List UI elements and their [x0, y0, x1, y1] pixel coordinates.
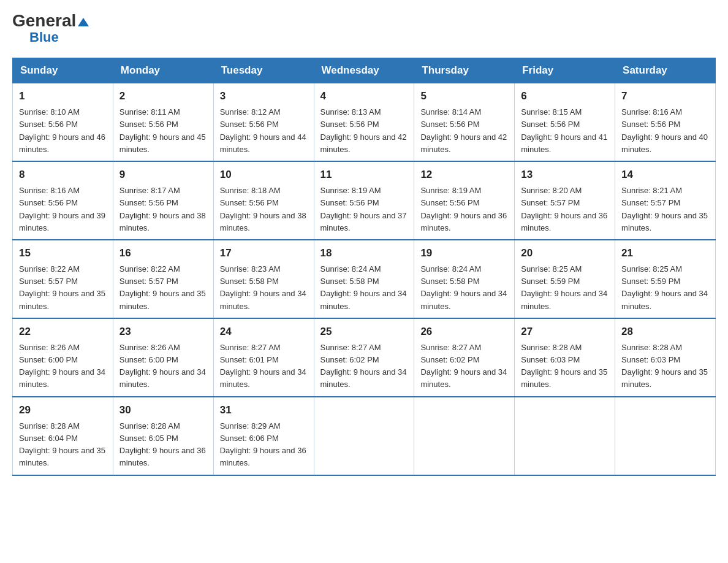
day-info: Sunrise: 8:26 AMSunset: 6:00 PMDaylight:… [19, 343, 105, 389]
day-number: 12 [420, 167, 508, 183]
day-number: 11 [320, 167, 408, 183]
day-number: 20 [521, 245, 609, 261]
day-number: 28 [621, 324, 709, 340]
day-number: 16 [119, 245, 207, 261]
day-info: Sunrise: 8:18 AMSunset: 5:56 PMDaylight:… [220, 186, 306, 232]
calendar-cell: 22 Sunrise: 8:26 AMSunset: 6:00 PMDaylig… [13, 318, 113, 397]
calendar-cell: 6 Sunrise: 8:15 AMSunset: 5:56 PMDayligh… [515, 83, 615, 161]
calendar-cell: 29 Sunrise: 8:28 AMSunset: 6:04 PMDaylig… [13, 397, 113, 475]
weekday-header-friday: Friday [515, 58, 615, 83]
day-info: Sunrise: 8:28 AMSunset: 6:05 PMDaylight:… [119, 421, 206, 467]
day-info: Sunrise: 8:19 AMSunset: 5:56 PMDaylight:… [320, 186, 407, 232]
day-info: Sunrise: 8:20 AMSunset: 5:57 PMDaylight:… [521, 186, 607, 232]
day-number: 19 [420, 245, 508, 261]
weekday-header-sunday: Sunday [13, 58, 113, 83]
calendar-cell: 10 Sunrise: 8:18 AMSunset: 5:56 PMDaylig… [213, 161, 314, 240]
calendar-cell: 1 Sunrise: 8:10 AMSunset: 5:56 PMDayligh… [13, 83, 113, 161]
day-number: 8 [19, 167, 107, 183]
day-number: 21 [621, 245, 709, 261]
day-number: 7 [621, 88, 709, 104]
weekday-header-monday: Monday [113, 58, 213, 83]
day-info: Sunrise: 8:15 AMSunset: 5:56 PMDaylight:… [521, 107, 607, 153]
calendar-cell: 24 Sunrise: 8:27 AMSunset: 6:01 PMDaylig… [213, 318, 314, 397]
calendar-week-row: 22 Sunrise: 8:26 AMSunset: 6:00 PMDaylig… [13, 318, 716, 397]
day-info: Sunrise: 8:19 AMSunset: 5:56 PMDaylight:… [420, 186, 507, 232]
calendar-cell: 28 Sunrise: 8:28 AMSunset: 6:03 PMDaylig… [615, 318, 716, 397]
logo: General Blue [12, 12, 89, 45]
day-number: 5 [420, 88, 508, 104]
day-number: 24 [220, 324, 308, 340]
day-info: Sunrise: 8:27 AMSunset: 6:02 PMDaylight:… [320, 343, 407, 389]
day-number: 4 [320, 88, 408, 104]
day-info: Sunrise: 8:27 AMSunset: 6:02 PMDaylight:… [420, 343, 507, 389]
day-info: Sunrise: 8:13 AMSunset: 5:56 PMDaylight:… [320, 107, 407, 153]
day-number: 23 [119, 324, 207, 340]
calendar-cell: 21 Sunrise: 8:25 AMSunset: 5:59 PMDaylig… [615, 240, 716, 318]
day-info: Sunrise: 8:28 AMSunset: 6:03 PMDaylight:… [621, 343, 708, 389]
day-info: Sunrise: 8:10 AMSunset: 5:56 PMDaylight:… [19, 107, 105, 153]
calendar-cell: 11 Sunrise: 8:19 AMSunset: 5:56 PMDaylig… [314, 161, 414, 240]
calendar-cell: 2 Sunrise: 8:11 AMSunset: 5:56 PMDayligh… [113, 83, 213, 161]
day-number: 14 [621, 167, 709, 183]
day-number: 2 [119, 88, 207, 104]
calendar-week-row: 8 Sunrise: 8:16 AMSunset: 5:56 PMDayligh… [13, 161, 716, 240]
day-info: Sunrise: 8:28 AMSunset: 6:03 PMDaylight:… [521, 343, 607, 389]
weekday-header-saturday: Saturday [615, 58, 716, 83]
calendar-cell: 17 Sunrise: 8:23 AMSunset: 5:58 PMDaylig… [213, 240, 314, 318]
day-number: 25 [320, 324, 408, 340]
calendar-cell: 20 Sunrise: 8:25 AMSunset: 5:59 PMDaylig… [515, 240, 615, 318]
calendar-cell: 19 Sunrise: 8:24 AMSunset: 5:58 PMDaylig… [414, 240, 515, 318]
day-number: 3 [220, 88, 308, 104]
day-info: Sunrise: 8:22 AMSunset: 5:57 PMDaylight:… [19, 264, 105, 310]
day-number: 26 [420, 324, 508, 340]
day-info: Sunrise: 8:24 AMSunset: 5:58 PMDaylight:… [420, 264, 507, 310]
day-info: Sunrise: 8:25 AMSunset: 5:59 PMDaylight:… [621, 264, 708, 310]
calendar-cell [414, 397, 515, 475]
day-info: Sunrise: 8:11 AMSunset: 5:56 PMDaylight:… [119, 107, 206, 153]
day-info: Sunrise: 8:16 AMSunset: 5:56 PMDaylight:… [19, 186, 105, 232]
calendar-cell [314, 397, 414, 475]
day-info: Sunrise: 8:17 AMSunset: 5:56 PMDaylight:… [119, 186, 206, 232]
day-number: 15 [19, 245, 107, 261]
day-info: Sunrise: 8:21 AMSunset: 5:57 PMDaylight:… [621, 186, 708, 232]
calendar-cell: 15 Sunrise: 8:22 AMSunset: 5:57 PMDaylig… [13, 240, 113, 318]
day-number: 18 [320, 245, 408, 261]
day-info: Sunrise: 8:27 AMSunset: 6:01 PMDaylight:… [220, 343, 306, 389]
page-header: General Blue [12, 12, 716, 45]
day-info: Sunrise: 8:26 AMSunset: 6:00 PMDaylight:… [119, 343, 206, 389]
day-number: 9 [119, 167, 207, 183]
calendar-cell: 7 Sunrise: 8:16 AMSunset: 5:56 PMDayligh… [615, 83, 716, 161]
calendar-cell: 4 Sunrise: 8:13 AMSunset: 5:56 PMDayligh… [314, 83, 414, 161]
calendar-week-row: 1 Sunrise: 8:10 AMSunset: 5:56 PMDayligh… [13, 83, 716, 161]
calendar-cell: 9 Sunrise: 8:17 AMSunset: 5:56 PMDayligh… [113, 161, 213, 240]
day-number: 1 [19, 88, 107, 104]
weekday-header-thursday: Thursday [414, 58, 515, 83]
calendar-header-row: SundayMondayTuesdayWednesdayThursdayFrid… [13, 58, 716, 83]
day-info: Sunrise: 8:28 AMSunset: 6:04 PMDaylight:… [19, 421, 105, 467]
logo-blue-text: Blue [29, 29, 59, 45]
day-info: Sunrise: 8:29 AMSunset: 6:06 PMDaylight:… [220, 421, 306, 467]
weekday-header-wednesday: Wednesday [314, 58, 414, 83]
calendar-cell: 8 Sunrise: 8:16 AMSunset: 5:56 PMDayligh… [13, 161, 113, 240]
calendar-cell: 30 Sunrise: 8:28 AMSunset: 6:05 PMDaylig… [113, 397, 213, 475]
calendar-week-row: 29 Sunrise: 8:28 AMSunset: 6:04 PMDaylig… [13, 397, 716, 475]
calendar-cell: 16 Sunrise: 8:22 AMSunset: 5:57 PMDaylig… [113, 240, 213, 318]
calendar-cell: 12 Sunrise: 8:19 AMSunset: 5:56 PMDaylig… [414, 161, 515, 240]
calendar-cell [615, 397, 716, 475]
calendar-cell: 5 Sunrise: 8:14 AMSunset: 5:56 PMDayligh… [414, 83, 515, 161]
day-number: 29 [19, 402, 107, 418]
day-number: 22 [19, 324, 107, 340]
calendar-cell: 18 Sunrise: 8:24 AMSunset: 5:58 PMDaylig… [314, 240, 414, 318]
day-info: Sunrise: 8:23 AMSunset: 5:58 PMDaylight:… [220, 264, 306, 310]
day-info: Sunrise: 8:24 AMSunset: 5:58 PMDaylight:… [320, 264, 407, 310]
calendar-cell: 25 Sunrise: 8:27 AMSunset: 6:02 PMDaylig… [314, 318, 414, 397]
calendar-cell: 27 Sunrise: 8:28 AMSunset: 6:03 PMDaylig… [515, 318, 615, 397]
calendar-cell [515, 397, 615, 475]
day-info: Sunrise: 8:12 AMSunset: 5:56 PMDaylight:… [220, 107, 306, 153]
day-number: 10 [220, 167, 308, 183]
day-number: 17 [220, 245, 308, 261]
day-info: Sunrise: 8:14 AMSunset: 5:56 PMDaylight:… [420, 107, 507, 153]
calendar-table: SundayMondayTuesdayWednesdayThursdayFrid… [12, 58, 716, 476]
day-number: 31 [220, 402, 308, 418]
calendar-cell: 13 Sunrise: 8:20 AMSunset: 5:57 PMDaylig… [515, 161, 615, 240]
